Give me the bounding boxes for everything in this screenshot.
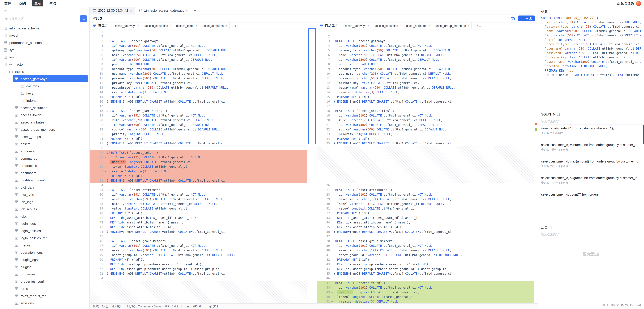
tree-item-dict_data[interactable]: dict_data (13, 184, 88, 191)
collapse-all-button[interactable] (80, 15, 87, 22)
tree-item-label: mysql (9, 34, 18, 37)
menu-item-4[interactable]: 帮助 (47, 0, 58, 6)
diff-sign (104, 108, 107, 113)
ruler-add-marker[interactable] (535, 128, 537, 131)
compare-button[interactable]: 对比 (518, 16, 535, 21)
statusbar-menu-模式[interactable]: 模式 (93, 304, 99, 308)
tree-item-plugins[interactable]: plugins (13, 263, 88, 270)
refresh-icon[interactable] (10, 9, 14, 13)
pane-tab-access_gateways[interactable]: access_gateways× (110, 22, 142, 29)
tree-item-roles_menus_ref[interactable]: roles_menus_ref (13, 292, 88, 300)
sql-command-item-5[interactable]: select customer_id, count(*) from orders (541, 192, 641, 197)
tab-table-access-gateways[interactable]: win-factor.access_gateways × (135, 7, 191, 14)
tree-item-columns[interactable]: columns (18, 82, 88, 90)
tree-item-access_securities[interactable]: access_securities (13, 104, 88, 111)
pane-tab-access_securities[interactable]: access_securities× (142, 22, 174, 29)
tree-item-commands[interactable]: commands (13, 155, 88, 162)
diff-sign (330, 253, 334, 257)
close-icon[interactable]: × (468, 24, 469, 28)
tree-item-asset_attributes[interactable]: asset_attributes (13, 118, 88, 126)
overview-ruler[interactable] (534, 22, 538, 303)
pane-tab-asset_group_members[interactable]: asset_group_members× (433, 22, 472, 29)
tree-item-credentials[interactable]: credentials (13, 162, 88, 169)
close-icon[interactable]: × (368, 24, 370, 28)
tree-item-keys[interactable]: keys (18, 90, 88, 97)
menu-item-3[interactable]: 查看 (32, 0, 44, 6)
tree-item-asset_groups[interactable]: asset_groups (13, 133, 88, 140)
tree-item-test[interactable]: test (2, 54, 88, 61)
source-more-tabs[interactable]: + 4 ... (230, 24, 242, 28)
tree-item-performance_schema[interactable]: performance_schema (2, 39, 88, 46)
pane-tab-asset_attributes[interactable]: asset_attributes× (200, 22, 230, 29)
pane-tab-access_token[interactable]: access_token× (174, 22, 200, 29)
code-line: 20 `rule` varchar(20) COLLATE utf8mb4_ge… (317, 118, 534, 122)
tab-compare-session[interactable]: 2025-12-30 08:34:42 × (90, 7, 135, 14)
info-circle-icon (209, 305, 212, 308)
tree-item-roles[interactable]: roles (13, 285, 88, 292)
pane-tab-asset_attributes[interactable]: asset_attributes× (404, 22, 433, 29)
pane-tab-access_securities[interactable]: access_securities× (372, 22, 404, 29)
panel-scrollbar[interactable] (643, 125, 644, 144)
tree-item-mysql[interactable]: mysql (2, 32, 88, 39)
sql-command-item-2[interactable]: select customer_id, min(amount) from ord… (541, 142, 641, 152)
statusbar-menu-状态[interactable]: 状态 (102, 304, 108, 308)
tree-item-tables[interactable]: tables (7, 68, 88, 75)
sql-command-item-1[interactable]: select exists (select 1 from customers w… (541, 126, 641, 135)
connection-icon[interactable] (3, 9, 7, 13)
code-line: 31 `value` longtext COLLATE utf8mb4_gene… (317, 206, 534, 211)
tree-item-access_token[interactable]: access_token (13, 111, 88, 118)
tree-item-information_schema[interactable]: information_schema (2, 24, 88, 32)
pane-tab-access_gateways[interactable]: access_gateways× (340, 22, 372, 29)
tree-item-authorised[interactable]: authorised (13, 148, 88, 155)
tree-item-win-factor[interactable]: win-factor (2, 61, 88, 68)
tree-item-dashboard[interactable]: dashboard (13, 169, 88, 176)
tree-item-login_policies_ref[interactable]: login_policies_ref (13, 234, 88, 242)
target-editor[interactable]: 123CREATE TABLE `access_gateways` (4 `id… (317, 30, 534, 303)
sidebar-search-input[interactable] (2, 15, 78, 22)
tree-item-properties[interactable]: properties (13, 270, 88, 278)
ruler-delete-marker[interactable] (535, 123, 537, 125)
statusbar-menu-查询器[interactable]: 查询器 (112, 304, 121, 308)
screenshot-camera-icon[interactable] (510, 16, 515, 20)
close-icon[interactable]: × (130, 9, 132, 12)
tree-item-login_logs[interactable]: login_logs (13, 220, 88, 227)
about-button[interactable]: 关于 (209, 304, 219, 308)
close-icon[interactable]: × (138, 24, 140, 28)
tree-item-menus[interactable]: menus (13, 242, 88, 249)
menu-item-1[interactable]: 文件 (2, 0, 14, 6)
tree-item-properties_conf[interactable]: properties_conf (13, 278, 88, 285)
tree-item-job_results[interactable]: job_results (13, 206, 88, 213)
tree-item-asset_group_members[interactable]: asset_group_members (13, 126, 88, 133)
tree-item-sys[interactable]: sys (2, 46, 88, 54)
tree-item-access_gateways[interactable]: access_gateways (13, 75, 88, 82)
target-more-tabs[interactable]: + 5 ... (472, 24, 484, 28)
sql-command-item-4[interactable]: select customer_id, avg(amount) from ord… (541, 176, 641, 185)
tree-item-sessions[interactable]: sessions (13, 300, 88, 307)
code-text: `port` int DEFAULT NULL, (107, 62, 153, 67)
diff-scroll-strip[interactable] (307, 22, 317, 303)
close-icon[interactable]: × (196, 24, 198, 28)
tree-item-indexs[interactable]: indexs (18, 97, 88, 104)
close-icon[interactable]: × (400, 24, 401, 28)
code-line: 38 `name` varchar(191) COLLATE utf8mb4_g… (90, 202, 307, 206)
close-icon[interactable]: × (429, 24, 430, 28)
source-editor[interactable]: 123CREATE TABLE `access_gateways` (4 `id… (90, 30, 307, 303)
close-icon[interactable]: × (186, 9, 188, 12)
tree-item-dict_type[interactable]: dict_type (13, 191, 88, 198)
tree-item-assets[interactable]: assets (13, 140, 88, 148)
sql-search-input[interactable] (538, 118, 644, 124)
close-icon[interactable]: × (170, 24, 171, 28)
tree-item-login_policies[interactable]: login_policies (13, 227, 88, 234)
history-search-input[interactable] (538, 231, 644, 238)
tree-item-jobs[interactable]: jobs (13, 213, 88, 220)
close-icon[interactable]: × (225, 24, 227, 28)
avatar[interactable] (636, 1, 641, 6)
menu-item-2[interactable]: 编辑 (17, 0, 28, 6)
viewport-indicator[interactable] (308, 28, 316, 144)
sql-command-item-3[interactable]: select customer_id, max(amount) from ord… (541, 159, 641, 168)
tree-item-plugin_logs[interactable]: plugin_logs (13, 256, 88, 263)
tree-item-job_logs[interactable]: job_logs (13, 198, 88, 206)
tree-item-operation_logs[interactable]: operation_logs (13, 249, 88, 256)
tree-item-dashboard_conf[interactable]: dashboard_conf (13, 176, 88, 184)
new-tab-button[interactable]: + (191, 7, 199, 14)
